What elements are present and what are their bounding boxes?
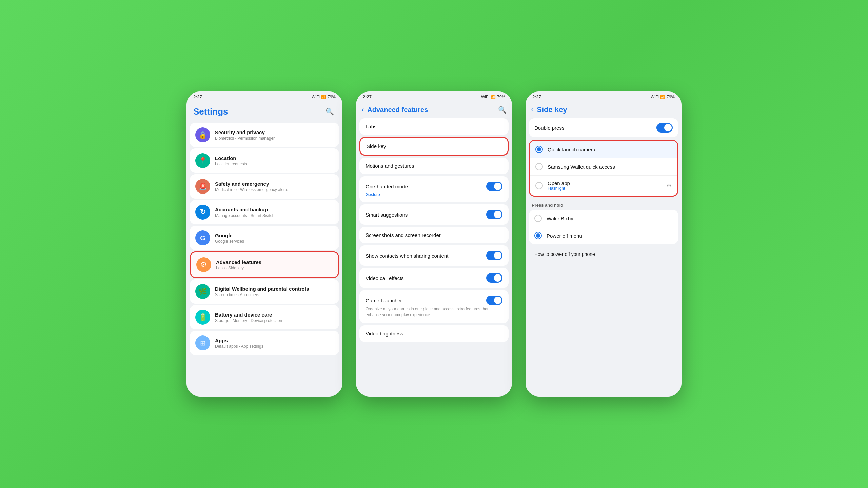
how-to-power-off-link[interactable]: How to power off your phone <box>529 247 678 262</box>
battery-subtitle: Storage · Memory · Device protection <box>215 318 334 323</box>
quick-launch-text: Quick launch camera <box>548 147 672 152</box>
smart-suggestions-title: Smart suggestions <box>366 212 408 218</box>
game-launcher-toggle[interactable] <box>486 296 502 305</box>
security-icon: 🔒 <box>195 127 210 142</box>
samsung-wallet-text: Samsung Wallet quick access <box>548 164 672 170</box>
settings-item-apps[interactable]: ⊞ Apps Default apps · App settings <box>190 331 339 355</box>
settings-item-battery[interactable]: 🔋 Battery and device care Storage · Memo… <box>190 305 339 329</box>
status-icons-2: WiFi 📶 79% <box>481 95 505 99</box>
status-bar-1: 2:27 WiFi 📶 79% <box>186 92 342 102</box>
video-call-toggle[interactable] <box>486 273 502 283</box>
settings-item-accounts[interactable]: ↻ Accounts and backup Manage accounts · … <box>190 200 339 224</box>
adv-item-video-brightness[interactable]: Video brightness <box>359 325 509 342</box>
one-handed-toggle[interactable] <box>486 182 502 191</box>
settings-search-button[interactable]: 🔍 <box>323 105 336 118</box>
advanced-text: Advanced features Labs · Side key <box>216 259 333 270</box>
signal-icon-1: 📶 <box>321 95 326 99</box>
smart-suggestions-toggle[interactable] <box>486 210 502 219</box>
samsung-wallet-radio[interactable] <box>535 163 543 170</box>
power-off-radio[interactable] <box>534 232 542 239</box>
settings-item-advanced[interactable]: ⚙ Advanced features Labs · Side key <box>190 251 339 278</box>
settings-item-safety[interactable]: 🚨 Safety and emergency Medical info · Wi… <box>190 174 339 199</box>
security-subtitle: Biometrics · Permission manager <box>215 136 334 141</box>
labs-title: Labs <box>366 124 377 129</box>
side-key-title: Side key <box>537 105 676 114</box>
adv-item-smart-suggestions[interactable]: Smart suggestions <box>359 204 509 225</box>
quick-launch-radio[interactable] <box>535 146 543 153</box>
settings-list: 🔒 Security and privacy Biometrics · Perm… <box>186 123 342 396</box>
video-brightness-title: Video brightness <box>366 331 403 337</box>
settings-item-wellbeing[interactable]: 🌿 Digital Wellbeing and parental control… <box>190 279 339 304</box>
time-1: 2:27 <box>193 94 202 99</box>
battery-title: Battery and device care <box>215 312 334 318</box>
adv-item-motions[interactable]: Motions and gestures <box>359 158 509 174</box>
settings-screen: Settings 🔍 🔒 Security and privacy Biomet… <box>186 102 342 396</box>
adv-item-show-contacts[interactable]: Show contacts when sharing content <box>359 245 509 266</box>
open-app-title: Open app <box>548 180 662 186</box>
security-title: Security and privacy <box>215 129 334 135</box>
settings-header: Settings 🔍 <box>186 102 342 123</box>
power-off-menu-row[interactable]: Power off menu <box>529 227 678 244</box>
samsung-wallet-title: Samsung Wallet quick access <box>548 164 672 170</box>
battery-icon-2: 79% <box>497 95 505 99</box>
settings-title: Settings <box>193 106 228 117</box>
samsung-wallet-row[interactable]: Samsung Wallet quick access <box>530 158 677 176</box>
side-key-screen: ‹ Side key Double press Quick launch cam… <box>526 102 682 396</box>
google-title: Google <box>215 232 334 238</box>
time-3: 2:27 <box>532 94 541 99</box>
quick-launch-camera-row[interactable]: Quick launch camera <box>530 141 677 158</box>
double-press-row[interactable]: Double press <box>529 118 678 137</box>
side-key-title: Side key <box>367 143 386 149</box>
show-contacts-toggle[interactable] <box>486 251 502 260</box>
settings-item-google[interactable]: G Google Google services <box>190 226 339 250</box>
safety-title: Safety and emergency <box>215 181 334 187</box>
advanced-back-button[interactable]: ‹ <box>361 105 364 114</box>
double-press-toggle[interactable] <box>656 123 673 133</box>
game-launcher-desc: Organize all your games in one place and… <box>366 306 502 318</box>
video-call-title: Video call effects <box>366 275 404 281</box>
double-press-label: Double press <box>534 125 564 131</box>
location-text: Location Location requests <box>215 155 334 166</box>
settings-item-security[interactable]: 🔒 Security and privacy Biometrics · Perm… <box>190 123 339 147</box>
open-app-subtitle: Flashlight <box>548 186 662 191</box>
advanced-search-button[interactable]: 🔍 <box>498 106 507 114</box>
location-subtitle: Location requests <box>215 162 334 166</box>
press-hold-label: Press and hold <box>529 199 678 210</box>
settings-item-location[interactable]: 📍 Location Location requests <box>190 148 339 173</box>
adv-item-screenshots[interactable]: Screenshots and screen recorder <box>359 227 509 243</box>
screenshots-title: Screenshots and screen recorder <box>366 232 441 238</box>
adv-item-game-launcher[interactable]: Game Launcher Organize all your games in… <box>359 290 509 323</box>
security-text: Security and privacy Biometrics · Permis… <box>215 129 334 141</box>
wake-bixby-radio[interactable] <box>534 215 542 222</box>
press-hold-options-card: Wake Bixby Power off menu <box>529 210 678 244</box>
open-app-text: Open app Flashlight <box>548 180 662 191</box>
open-app-radio[interactable] <box>535 182 543 189</box>
status-bar-3: 2:27 WiFi 📶 79% <box>526 92 682 102</box>
wake-bixby-row[interactable]: Wake Bixby <box>529 210 678 227</box>
adv-item-video-call[interactable]: Video call effects <box>359 268 509 288</box>
status-bar-2: 2:27 WiFi 📶 79% <box>356 92 512 102</box>
phone-side-key: 2:27 WiFi 📶 79% ‹ Side key Double press <box>526 92 682 396</box>
game-launcher-title: Game Launcher <box>366 298 402 303</box>
adv-item-one-handed[interactable]: One-handed mode Gesture <box>359 176 509 202</box>
wellbeing-subtitle: Screen time · App timers <box>215 292 334 297</box>
phone-settings: 2:27 WiFi 📶 79% Settings 🔍 🔒 Security an… <box>186 92 342 396</box>
apps-text: Apps Default apps · App settings <box>215 338 334 349</box>
side-key-content: Double press Quick launch camera Samsun <box>526 118 682 396</box>
accounts-icon: ↻ <box>195 205 210 220</box>
adv-item-side-key[interactable]: Side key <box>359 137 509 156</box>
one-handed-title: One-handed mode <box>366 184 408 189</box>
wellbeing-icon: 🌿 <box>195 284 210 299</box>
safety-icon: 🚨 <box>195 179 210 194</box>
show-contacts-title: Show contacts when sharing content <box>366 253 448 259</box>
apps-icon: ⊞ <box>195 336 210 350</box>
open-app-gear-icon[interactable]: ⚙ <box>666 182 672 189</box>
adv-item-labs[interactable]: Labs <box>359 118 509 135</box>
open-app-row[interactable]: Open app Flashlight ⚙ <box>530 176 677 196</box>
advanced-subtitle: Labs · Side key <box>216 266 333 270</box>
one-handed-subtitle: Gesture <box>366 192 502 197</box>
status-icons-3: WiFi 📶 79% <box>651 95 675 99</box>
advanced-icon: ⚙ <box>196 257 211 272</box>
side-key-back-button[interactable]: ‹ <box>531 105 533 114</box>
google-text: Google Google services <box>215 232 334 244</box>
